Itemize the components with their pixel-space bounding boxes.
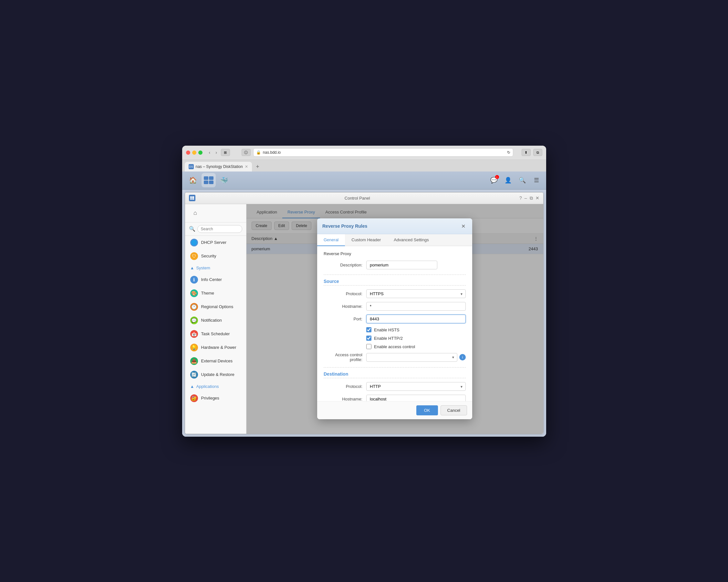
modal-tab-custom-header[interactable]: Custom Header	[345, 234, 387, 246]
taskbar-right: 💬 1 👤 🔍 ☰	[488, 175, 542, 186]
sidebar-label-theme: Theme	[201, 291, 214, 295]
cancel-button[interactable]: Cancel	[441, 405, 467, 415]
user-icon[interactable]: 👤	[502, 175, 514, 186]
sidebar-label-external-devices: External Devices	[201, 359, 233, 363]
browser-tab[interactable]: DS nas – Synology DiskStation ✕	[185, 162, 252, 171]
enable-hsts-row: Enable HSTS	[323, 327, 466, 332]
taskbar-home-app[interactable]: 🏠	[186, 173, 200, 187]
modal-dialog: Reverse Proxy Rules ✕ General Custom Hea…	[317, 218, 472, 419]
dest-protocol-select-wrapper: HTTP HTTPS ▼	[366, 382, 466, 391]
messages-icon[interactable]: 💬 1	[488, 175, 500, 186]
cp-close-icon[interactable]: ✕	[536, 195, 539, 201]
source-port-input[interactable]	[366, 315, 466, 323]
enable-http2-label[interactable]: Enable HTTP/2	[374, 336, 403, 341]
sidebar: ⌂ 🔍 🌐 DHCP Server 🛡 Security	[185, 204, 246, 434]
access-control-profile-row: Access control profile: ▼	[323, 352, 466, 362]
access-control-profile-select[interactable]	[366, 353, 457, 362]
close-traffic-light[interactable]	[186, 151, 190, 155]
enable-http2-checkbox[interactable]	[366, 336, 371, 341]
taskbar-docker-app[interactable]: 🐳	[217, 173, 231, 187]
fullscreen-traffic-light[interactable]	[198, 151, 203, 155]
sidebar-label-regional-options: Regional Options	[201, 304, 234, 309]
browser-titlebar: ‹ › ⊞ ⓘ 🔒 nas.bdd.io ↻ ⬆ ⧉	[182, 146, 546, 160]
cp-body: ⌂ 🔍 🌐 DHCP Server 🛡 Security	[185, 204, 543, 434]
sidebar-item-notification[interactable]: 💬 Notification	[185, 314, 246, 327]
sidebar-label-hardware-power: Hardware & Power	[201, 345, 236, 350]
system-chevron-icon: ▲	[190, 265, 194, 270]
modal-header: Reverse Proxy Rules ✕	[317, 218, 472, 234]
sidebar-section-applications[interactable]: ▲ Applications	[185, 381, 246, 392]
home-button[interactable]: ⌂	[190, 208, 201, 218]
regional-options-icon: 🕐	[190, 303, 198, 311]
add-tab-button[interactable]: +	[253, 162, 262, 171]
share-button[interactable]: ⬆	[522, 149, 531, 156]
sidebar-section-system[interactable]: ▲ System	[185, 263, 246, 273]
cp-help-icon[interactable]: ?	[519, 195, 522, 201]
description-label: Description:	[323, 263, 362, 267]
source-port-row: Port:	[323, 315, 466, 323]
browser-tabs-bar: DS nas – Synology DiskStation ✕ +	[182, 160, 546, 171]
dest-hostname-input[interactable]	[366, 395, 466, 401]
source-hostname-row: Hostname:	[323, 302, 466, 311]
window-icon-button[interactable]: ⊞	[221, 149, 230, 156]
sidebar-item-task-scheduler[interactable]: 📅 Task Scheduler	[185, 327, 246, 341]
access-control-profile-select-wrapper: ▼	[366, 353, 457, 362]
traffic-lights	[186, 151, 203, 155]
cp-minimize-icon[interactable]: –	[524, 195, 527, 201]
url-bar[interactable]: 🔒 nas.bdd.io ↻	[253, 148, 513, 157]
taskbar-control-panel-app[interactable]	[202, 173, 216, 187]
source-protocol-label: Protocol:	[323, 291, 362, 296]
control-panel-window: Control Panel ? – ⧉ ✕ ⌂ 🔍	[185, 192, 544, 434]
reload-icon[interactable]: ↻	[507, 150, 510, 155]
sidebar-item-privileges[interactable]: 🔐 Privileges	[185, 392, 246, 405]
menu-icon[interactable]: ☰	[531, 175, 542, 186]
source-protocol-select-wrapper: HTTPS HTTP ▼	[366, 289, 466, 298]
modal-title: Reverse Proxy Rules	[322, 223, 367, 229]
update-restore-icon: 🔄	[190, 371, 198, 378]
destination-divider	[323, 367, 466, 368]
sidebar-label-dhcp-server: DHCP Server	[201, 240, 227, 245]
source-protocol-row: Protocol: HTTPS HTTP ▼	[323, 289, 466, 298]
modal-tab-general[interactable]: General	[317, 234, 345, 246]
enable-hsts-label[interactable]: Enable HSTS	[374, 327, 399, 332]
sidebar-label-notification: Notification	[201, 318, 222, 323]
tab-close-icon[interactable]: ✕	[245, 164, 248, 169]
modal-tab-advanced-settings[interactable]: Advanced Settings	[387, 234, 435, 246]
search-icon[interactable]: 🔍	[516, 175, 528, 186]
search-box: 🔍	[185, 222, 246, 236]
source-hostname-input[interactable]	[366, 302, 466, 311]
sidebar-item-theme[interactable]: 🎨 Theme	[185, 287, 246, 300]
sidebar-item-info-center[interactable]: ℹ Info Center	[185, 273, 246, 287]
dest-protocol-select[interactable]: HTTP HTTPS	[366, 382, 466, 391]
sidebar-item-security[interactable]: 🛡 Security	[185, 249, 246, 263]
info-button[interactable]: ⓘ	[241, 149, 251, 156]
source-port-label: Port:	[323, 317, 362, 321]
description-input[interactable]	[366, 261, 437, 269]
forward-button[interactable]: ›	[214, 149, 218, 156]
new-tab-button[interactable]: ⧉	[533, 149, 542, 156]
cp-maximize-icon[interactable]: ⧉	[530, 195, 533, 201]
info-center-icon: ℹ	[190, 276, 198, 284]
enable-access-control-label[interactable]: Enable access control	[374, 344, 415, 349]
sidebar-item-regional-options[interactable]: 🕐 Regional Options	[185, 300, 246, 314]
back-button[interactable]: ‹	[208, 149, 212, 156]
lock-icon: 🔒	[256, 150, 261, 155]
sidebar-item-dhcp-server[interactable]: 🌐 DHCP Server	[185, 236, 246, 249]
sidebar-item-hardware-power[interactable]: 💡 Hardware & Power	[185, 341, 246, 354]
enable-hsts-checkbox[interactable]	[366, 327, 371, 332]
cp-title: Control Panel	[345, 196, 370, 201]
sidebar-item-update-restore[interactable]: 🔄 Update & Restore	[185, 368, 246, 381]
cp-icon	[189, 195, 196, 201]
ok-button[interactable]: OK	[416, 405, 438, 415]
theme-icon: 🎨	[190, 289, 198, 297]
enable-access-control-checkbox[interactable]	[366, 344, 371, 349]
search-input[interactable]	[197, 225, 242, 233]
modal-close-button[interactable]: ✕	[459, 222, 467, 230]
minimize-traffic-light[interactable]	[192, 151, 197, 155]
dest-protocol-label: Protocol:	[323, 384, 362, 389]
sidebar-section-system-label: System	[196, 265, 210, 270]
privileges-icon: 🔐	[190, 394, 198, 402]
sidebar-item-external-devices[interactable]: 📤 External Devices	[185, 354, 246, 368]
access-control-info-icon[interactable]: i	[459, 354, 466, 361]
source-protocol-select[interactable]: HTTPS HTTP	[366, 289, 466, 298]
